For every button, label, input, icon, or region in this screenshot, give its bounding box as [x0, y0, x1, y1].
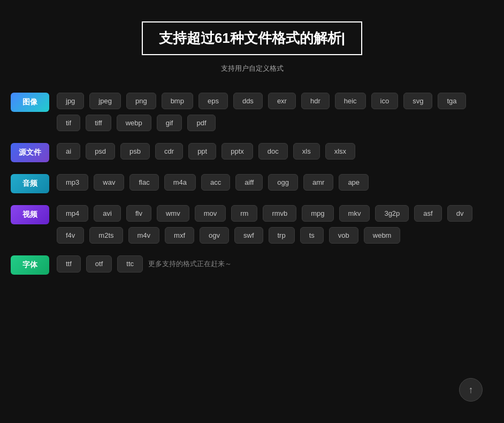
tag-xls[interactable]: xls: [293, 143, 320, 160]
category-label-font: 字体: [11, 255, 49, 275]
category-row-video: 视频mp4aviflvwmvmovrmrmvbmpgmkv3g2pasfdvf4…: [11, 205, 493, 244]
category-label-image: 图像: [11, 93, 49, 112]
tag-dds[interactable]: dds: [233, 93, 263, 109]
tag-mov[interactable]: mov: [195, 205, 226, 222]
category-label-source: 源文件: [11, 143, 49, 162]
tags-container-font: ttfotfttc更多支持的格式正在赶来～: [57, 255, 493, 273]
tags-container-audio: mp3wavflacm4aaccaiffoggamrape: [57, 174, 493, 191]
tag-jpg[interactable]: jpg: [57, 93, 84, 109]
more-formats-text: 更多支持的格式正在赶来～: [148, 255, 232, 273]
tag-ape[interactable]: ape: [339, 174, 369, 191]
tag-tga[interactable]: tga: [438, 93, 465, 109]
tag-m4a[interactable]: m4a: [164, 174, 196, 191]
category-row-image: 图像jpgjpegpngbmpepsddsexrhdrheicicosvgtga…: [11, 93, 493, 131]
title-box: 支持超过61种文件格式的解析|: [142, 21, 362, 55]
tag-ico[interactable]: ico: [371, 93, 399, 109]
main-content: 图像jpgjpegpngbmpepsddsexrhdrheicicosvgtga…: [11, 93, 493, 286]
tag-exr[interactable]: exr: [268, 93, 296, 109]
tag-dv[interactable]: dv: [447, 205, 473, 222]
category-row-font: 字体ttfotfttc更多支持的格式正在赶来～: [11, 255, 493, 275]
back-to-top-icon: ↑: [469, 384, 474, 396]
tag-ai[interactable]: ai: [57, 143, 80, 160]
tag-xlsx[interactable]: xlsx: [325, 143, 355, 160]
tag-aiff[interactable]: aiff: [235, 174, 263, 191]
tag-otf[interactable]: otf: [86, 255, 112, 273]
tag-3g2p[interactable]: 3g2p: [375, 205, 409, 222]
tag-psb[interactable]: psb: [120, 143, 150, 160]
subtitle: 支持用户自定义格式: [221, 64, 284, 73]
tag-heic[interactable]: heic: [335, 93, 366, 109]
tags-container-video: mp4aviflvwmvmovrmrmvbmpgmkv3g2pasfdvf4vm…: [57, 205, 493, 244]
tag-png[interactable]: png: [126, 93, 156, 109]
tag-webp[interactable]: webp: [117, 115, 151, 131]
tag-wav[interactable]: wav: [94, 174, 124, 191]
category-row-source: 源文件aipsdpsbcdrpptpptxdocxlsxlsx: [11, 143, 493, 162]
tag-mp4[interactable]: mp4: [57, 205, 88, 222]
tag-pptx[interactable]: pptx: [222, 143, 253, 160]
tag-rmvb[interactable]: rmvb: [263, 205, 296, 222]
tags-container-image: jpgjpegpngbmpepsddsexrhdrheicicosvgtgati…: [57, 93, 493, 131]
tag-cdr[interactable]: cdr: [155, 143, 183, 160]
tag-acc[interactable]: acc: [201, 174, 230, 191]
tag-rm[interactable]: rm: [231, 205, 257, 222]
tag-mkv[interactable]: mkv: [339, 205, 370, 222]
tags-container-source: aipsdpsbcdrpptpptxdocxlsxlsx: [57, 143, 493, 160]
tag-eps[interactable]: eps: [198, 93, 228, 109]
tag-mxf[interactable]: mxf: [165, 227, 194, 244]
tag-doc[interactable]: doc: [258, 143, 288, 160]
tag-asf[interactable]: asf: [414, 205, 441, 222]
tag-jpeg[interactable]: jpeg: [89, 93, 121, 109]
tag-amr[interactable]: amr: [303, 174, 333, 191]
tag-pdf[interactable]: pdf: [187, 115, 215, 131]
tag-avi[interactable]: avi: [94, 205, 121, 222]
tag-m4v[interactable]: m4v: [128, 227, 160, 244]
tag-mp3[interactable]: mp3: [57, 174, 88, 191]
tag-webm[interactable]: webm: [364, 227, 401, 244]
tag-psd[interactable]: psd: [86, 143, 115, 160]
tag-swf[interactable]: swf: [234, 227, 263, 244]
back-to-top-button[interactable]: ↑: [459, 378, 483, 402]
tag-vob[interactable]: vob: [329, 227, 358, 244]
tag-flv[interactable]: flv: [126, 205, 151, 222]
tag-wmv[interactable]: wmv: [157, 205, 189, 222]
tag-flac[interactable]: flac: [129, 174, 158, 191]
page-title: 支持超过61种文件格式的解析|: [159, 29, 345, 48]
tag-bmp[interactable]: bmp: [162, 93, 193, 109]
tag-svg[interactable]: svg: [403, 93, 432, 109]
category-label-video: 视频: [11, 205, 49, 224]
category-row-audio: 音频mp3wavflacm4aaccaiffoggamrape: [11, 174, 493, 193]
tag-m2ts[interactable]: m2ts: [89, 227, 123, 244]
tag-ttc[interactable]: ttc: [117, 255, 143, 273]
tag-f4v[interactable]: f4v: [57, 227, 84, 244]
tag-ppt[interactable]: ppt: [188, 143, 216, 160]
tag-ogg[interactable]: ogg: [268, 174, 298, 191]
tag-mpg[interactable]: mpg: [302, 205, 333, 222]
tag-ttf[interactable]: ttf: [57, 255, 81, 273]
tag-hdr[interactable]: hdr: [301, 93, 330, 109]
tag-gif[interactable]: gif: [157, 115, 182, 131]
tag-tiff[interactable]: tiff: [86, 115, 111, 131]
category-label-audio: 音频: [11, 174, 49, 193]
tag-ts[interactable]: ts: [300, 227, 324, 244]
tag-ogv[interactable]: ogv: [200, 227, 229, 244]
tag-trp[interactable]: trp: [269, 227, 295, 244]
tag-tif[interactable]: tif: [57, 115, 80, 131]
